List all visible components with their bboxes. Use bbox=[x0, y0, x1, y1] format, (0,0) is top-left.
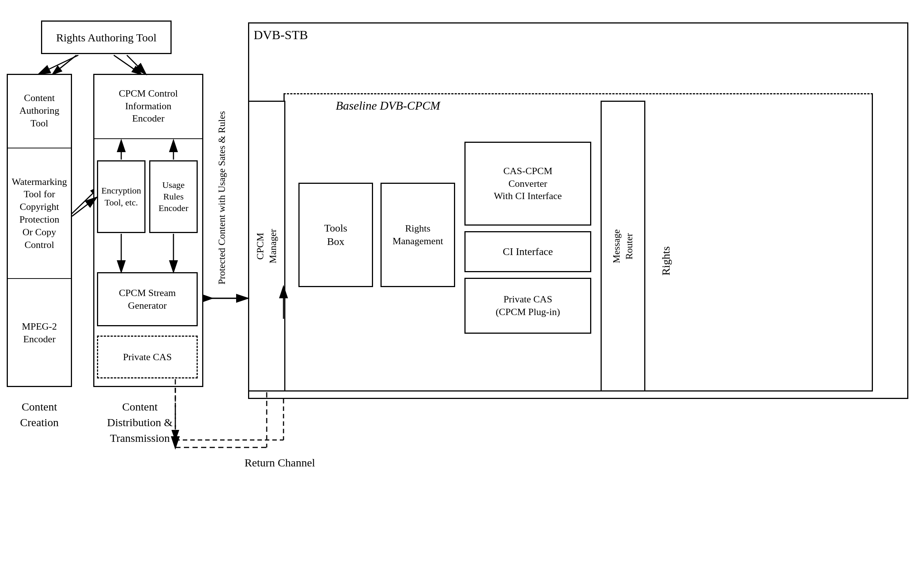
rights-management-box: Rights Management bbox=[381, 183, 455, 287]
svg-line-2 bbox=[52, 55, 76, 74]
cpcm-manager-label: CPCM Manager bbox=[254, 229, 279, 263]
tools-box-box: Tools Box bbox=[299, 183, 373, 287]
message-router-box: Message Router bbox=[601, 100, 645, 392]
message-router-label: Message Router bbox=[610, 229, 636, 263]
cpcm-manager-box: CPCM Manager bbox=[248, 100, 285, 392]
cpcm-stream-generator-box: CPCM Stream Generator bbox=[97, 272, 198, 326]
svg-line-17 bbox=[127, 55, 145, 74]
encryption-tool-label: Encryption Tool, etc. bbox=[101, 185, 141, 208]
ci-interface-box: CI Interface bbox=[464, 231, 591, 272]
content-authoring-tool-label: Content Authoring Tool bbox=[20, 92, 59, 129]
watermarking-tool-box: Watermarking Tool for Copyright Protecti… bbox=[7, 148, 72, 279]
content-distribution-label: Content Distribution & Transmission bbox=[82, 399, 198, 446]
svg-line-18 bbox=[72, 198, 96, 216]
return-channel-label: Return Channel bbox=[224, 455, 336, 471]
svg-line-3 bbox=[114, 55, 142, 74]
cpcm-control-info-encoder-box: CPCM Control Information Encoder bbox=[93, 74, 203, 139]
cas-cpcm-converter-box: CAS-CPCM Converter With CI Interface bbox=[464, 142, 591, 226]
baseline-dvb-cpcm-label: Baseline DVB-CPCM bbox=[336, 99, 440, 113]
encryption-tool-box: Encryption Tool, etc. bbox=[97, 160, 145, 233]
dvb-stb-label: DVB-STB bbox=[254, 28, 308, 42]
cpcm-stream-generator-label: CPCM Stream Generator bbox=[119, 287, 176, 312]
tools-box-label: Tools Box bbox=[324, 221, 347, 249]
usage-rules-encoder-label: Usage Rules Encoder bbox=[158, 180, 188, 214]
diagram-container: Rights Authoring Tool Content Authoring … bbox=[0, 0, 924, 588]
mpeg2-encoder-label: MPEG-2 Encoder bbox=[22, 320, 57, 346]
rights-authoring-tool-box: Rights Authoring Tool bbox=[41, 20, 172, 54]
svg-line-16 bbox=[39, 55, 78, 74]
private-cas-right-label: Private CAS (CPCM Plug-in) bbox=[496, 293, 560, 318]
content-creation-label: Content Creation bbox=[7, 399, 72, 430]
usage-rules-encoder-box: Usage Rules Encoder bbox=[149, 160, 198, 233]
content-authoring-tool-box: Content Authoring Tool bbox=[7, 74, 72, 148]
mpeg2-encoder-box: MPEG-2 Encoder bbox=[7, 279, 72, 387]
private-cas-left-label: Private CAS bbox=[123, 351, 172, 364]
private-cas-right-box: Private CAS (CPCM Plug-in) bbox=[464, 278, 591, 334]
ci-interface-label: CI Interface bbox=[503, 245, 553, 259]
cas-cpcm-converter-label: CAS-CPCM Converter With CI Interface bbox=[494, 165, 562, 203]
protected-content-label: Protected Content with Usage Sates & Rul… bbox=[216, 86, 228, 310]
rights-vertical-label: Rights bbox=[655, 149, 677, 373]
rights-management-label: Rights Management bbox=[393, 222, 443, 247]
cpcm-control-info-encoder-label: CPCM Control Information Encoder bbox=[119, 87, 178, 125]
rights-authoring-tool-label: Rights Authoring Tool bbox=[56, 30, 156, 45]
private-cas-left-box: Private CAS bbox=[97, 336, 198, 379]
watermarking-tool-label: Watermarking Tool for Copyright Protecti… bbox=[12, 176, 67, 251]
